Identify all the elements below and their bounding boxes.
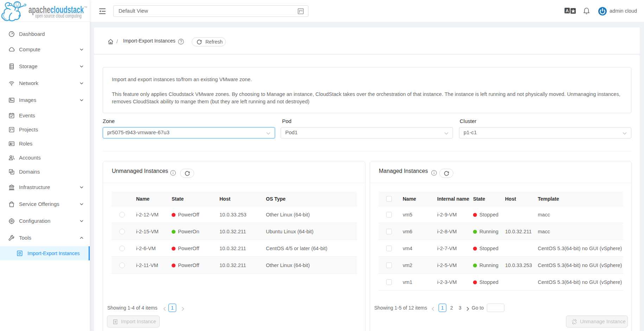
svg-text:TM: TM: [84, 6, 87, 8]
svg-text:★: ★: [571, 8, 575, 14]
svg-text:A: A: [566, 8, 569, 13]
svg-text:open source cloud computing: open source cloud computing: [35, 13, 82, 19]
